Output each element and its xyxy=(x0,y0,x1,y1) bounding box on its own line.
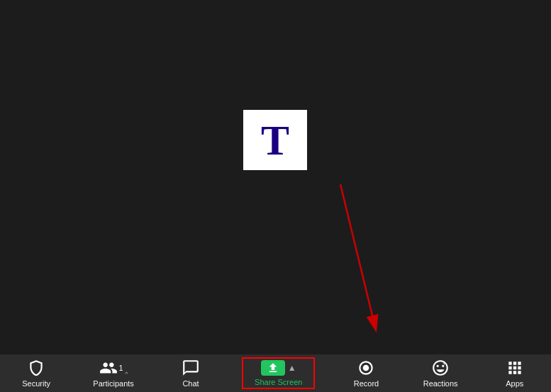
apps-icon xyxy=(506,359,524,377)
video-area: T xyxy=(0,0,551,354)
toolbar-item-share-screen[interactable]: ▲ Share Screen xyxy=(245,360,312,386)
reactions-label: Reactions xyxy=(423,379,458,388)
reactions-icon: + xyxy=(431,359,450,377)
profile-letter: T xyxy=(261,119,289,162)
participants-chevron-icon[interactable]: ‸ xyxy=(125,362,128,374)
toolbar-item-chat[interactable]: Chat xyxy=(169,354,212,392)
arrow-indicator xyxy=(298,177,425,340)
share-screen-wrapper: ▲ Share Screen xyxy=(242,357,315,389)
chat-label: Chat xyxy=(182,379,199,388)
participants-icon-row: 1 ‸ xyxy=(99,359,128,377)
upload-icon xyxy=(267,362,279,374)
svg-point-3 xyxy=(363,365,369,371)
share-screen-chevron-icon[interactable]: ▲ xyxy=(288,363,296,373)
share-screen-label: Share Screen xyxy=(255,378,302,386)
chat-icon xyxy=(182,359,200,377)
people-icon xyxy=(99,359,118,377)
toolbar-item-security[interactable]: Security xyxy=(15,354,57,392)
profile-image: T xyxy=(243,110,307,170)
svg-line-1 xyxy=(340,184,372,315)
apps-icon-area xyxy=(506,359,524,377)
toolbar-item-participants[interactable]: 1 ‸ Participants xyxy=(87,354,139,392)
share-screen-icon-row: ▲ xyxy=(261,360,296,376)
apps-label: Apps xyxy=(506,379,523,388)
toolbar-item-record[interactable]: Record xyxy=(345,354,387,392)
record-icon xyxy=(357,359,375,377)
reactions-icon-area: + xyxy=(431,359,450,377)
record-label: Record xyxy=(354,379,379,388)
participants-label: Participants xyxy=(93,379,133,388)
record-icon-area xyxy=(357,359,375,377)
toolbar-item-apps[interactable]: Apps xyxy=(494,354,536,392)
chat-icon-area xyxy=(182,359,200,377)
share-screen-green-button[interactable] xyxy=(261,360,285,376)
toolbar: Security 1 ‸ Participants Chat xyxy=(0,354,551,392)
security-label: Security xyxy=(22,379,50,388)
svg-text:+: + xyxy=(443,360,446,367)
shield-icon xyxy=(27,359,45,377)
toolbar-item-reactions[interactable]: + Reactions xyxy=(418,354,464,392)
participants-count: 1 xyxy=(119,364,123,372)
security-icon-area xyxy=(27,359,45,377)
